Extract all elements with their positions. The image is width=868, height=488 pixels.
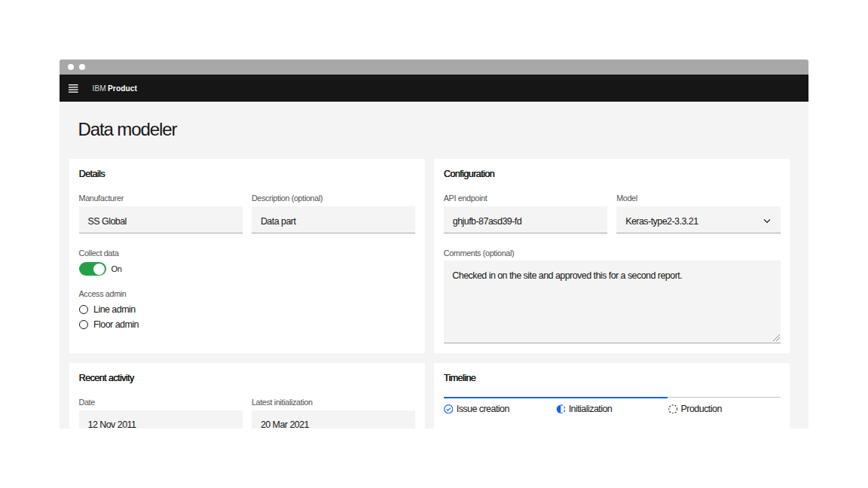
latest-initialization-input[interactable]: 20 Mar 2021 [252,410,415,429]
brand-prefix: IBM [93,84,106,93]
timeline-step-production[interactable]: Production [668,404,781,414]
timeline-progress-remaining [668,397,780,398]
line-admin-radio-label: Line admin [93,304,136,315]
latest-initialization-label: Latest initialization [252,398,415,407]
access-admin-label: Access admin [79,289,416,299]
recent-activity-card-title: Recent activity [79,373,416,383]
model-value: Keras-type2-3.3.21 [625,216,698,227]
description-value: Data part [261,216,295,227]
chevron-down-icon [763,218,771,224]
collect-data-toggle[interactable] [79,262,106,276]
manufacturer-label: Manufacturer [79,194,243,203]
details-card-title: Details [79,169,416,179]
checkmark-outline-icon [444,404,454,414]
comments-label: Comments (optional) [444,249,781,258]
timeline-step-label: Initialization [569,404,613,414]
incomplete-icon [556,404,566,414]
page-content: Data modeler Details Manufacturer SS Glo… [60,102,808,429]
circle-dash-icon [668,404,678,414]
timeline-card-title: Timeline [444,373,781,383]
textarea-resize-handle[interactable] [773,334,780,341]
description-input[interactable]: Data part [252,206,415,233]
date-value: 12 Nov 2011 [88,419,136,429]
date-input[interactable]: 12 Nov 2011 [79,410,243,429]
date-label: Date [79,398,243,407]
cards-grid: Details Manufacturer SS Global Descripti… [60,159,808,429]
timeline-step-label: Production [681,404,722,414]
line-admin-radio[interactable] [79,305,89,315]
brand-name: Product [108,84,137,93]
timeline-step-label: Issue creation [457,404,509,414]
toggle-knob [93,264,105,275]
manufacturer-input[interactable]: SS Global [79,206,243,233]
app-header: IBMProduct [60,75,808,102]
api-endpoint-value: ghjufb-87asd39-fd [453,216,521,227]
window-control-dot-2[interactable] [79,64,85,70]
timeline-card: Timeline Issue creation [434,363,790,429]
manufacturer-value: SS Global [88,216,127,227]
floor-admin-radio-row[interactable]: Floor admin [79,317,416,332]
page-title: Data modeler [78,119,809,140]
timeline-progress-complete [444,397,668,398]
timeline-step-issue-creation[interactable]: Issue creation [444,404,556,414]
comments-textarea[interactable]: Checked in on the site and approved this… [444,261,781,343]
description-label: Description (optional) [252,194,415,203]
configuration-card: Configuration API endpoint ghjufb-87asd3… [434,159,790,353]
details-card: Details Manufacturer SS Global Descripti… [69,159,425,353]
collect-data-label: Collect data [79,249,416,258]
line-admin-radio-row[interactable]: Line admin [79,302,416,317]
window-control-dot-1[interactable] [68,64,74,70]
timeline-step-initialization[interactable]: Initialization [556,404,668,414]
floor-admin-radio[interactable] [79,320,89,330]
floor-admin-radio-label: Floor admin [93,319,139,330]
browser-window: IBMProduct Data modeler Details Manufact… [60,59,808,429]
comments-value: Checked in on the site and approved this… [452,270,682,281]
recent-activity-card: Recent activity Date 12 Nov 2011 Latest … [69,363,425,429]
api-endpoint-label: API endpoint [444,194,607,203]
latest-initialization-value: 20 Mar 2021 [261,419,309,429]
window-titlebar [60,59,808,75]
toggle-state-label: On [112,264,122,273]
timeline-progress-track [444,397,781,398]
menu-hamburger-icon[interactable] [69,84,78,93]
app-brand[interactable]: IBMProduct [93,84,138,93]
model-dropdown[interactable]: Keras-type2-3.3.21 [616,206,780,233]
model-label: Model [616,194,780,203]
api-endpoint-input[interactable]: ghjufb-87asd39-fd [444,206,607,233]
configuration-card-title: Configuration [444,169,781,179]
